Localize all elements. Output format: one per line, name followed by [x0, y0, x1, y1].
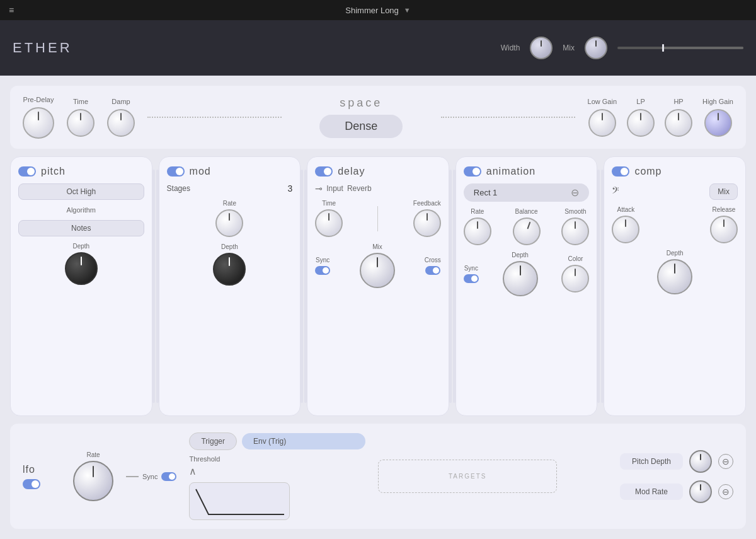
lfo-sync-toggle[interactable] [161, 472, 176, 481]
delay-header: delay [315, 166, 441, 177]
pre-delay-knob[interactable] [23, 107, 54, 139]
delay-feedback-knob[interactable] [413, 209, 441, 237]
animation-rate-row: Rate Balance Smooth [464, 208, 590, 245]
animation-rate-knob[interactable] [464, 217, 491, 245]
delay-sync-group: Sync [315, 257, 330, 275]
pitch-toggle[interactable] [18, 166, 36, 177]
mod-header: mod [167, 166, 293, 177]
mod-depth-knob[interactable] [213, 253, 246, 286]
mod-title: mod [190, 166, 211, 177]
animation-sync-group: Sync [464, 265, 479, 283]
reverb-label: Reverb [347, 184, 372, 193]
pre-delay-group: Pre-Delay [23, 96, 54, 139]
hp-knob[interactable] [665, 109, 692, 137]
animation-rate-group: Rate [464, 208, 491, 245]
preset-title: Shimmer Long ▼ [345, 6, 410, 15]
delay-cross-label: Cross [425, 257, 441, 264]
delay-time-knob[interactable] [315, 209, 343, 237]
animation-balance-knob[interactable] [508, 214, 544, 249]
animation-smooth-knob[interactable] [561, 217, 589, 245]
animation-sync-toggle[interactable] [464, 274, 479, 283]
header: ETHER Width Mix [0, 20, 756, 76]
animation-sync-label: Sync [464, 265, 478, 272]
env-curve [190, 483, 290, 520]
animation-color-group: Color [561, 255, 589, 293]
threshold-row: Threshold ∧ [189, 455, 365, 477]
delay-time-group: Time [315, 200, 343, 237]
comp-mix-button[interactable]: Mix [709, 183, 738, 200]
pitch-depth-knob[interactable] [65, 252, 98, 285]
trigger-button[interactable]: Trigger [189, 432, 237, 450]
time-group: Time [67, 98, 94, 137]
pitch-depth-target-knob[interactable] [689, 450, 712, 473]
space-display[interactable]: Dense [319, 115, 403, 138]
mix-slider-thumb [662, 44, 664, 52]
pitch-title: pitch [41, 166, 66, 177]
time-knob[interactable] [67, 109, 94, 137]
delay-mix-knob[interactable] [360, 253, 395, 288]
animation-title: animation [486, 166, 536, 177]
dash-line [126, 476, 139, 477]
comp-title: comp [634, 166, 662, 177]
width-knob[interactable] [530, 37, 553, 59]
delay-cross-toggle[interactable] [425, 266, 440, 275]
animation-module: animation Rect 1 ⊖ Rate Balance Smooth [455, 156, 598, 416]
mod-rate-target-label: Mod Rate [620, 484, 683, 500]
animation-minus-icon[interactable]: ⊖ [571, 187, 579, 199]
high-gain-knob[interactable] [704, 109, 732, 137]
lfo-rate-knob[interactable] [73, 461, 113, 501]
hp-label: HP [673, 98, 683, 105]
mix-knob[interactable] [585, 37, 607, 59]
animation-toggle[interactable] [464, 166, 481, 177]
animation-depth-knob[interactable] [503, 261, 538, 296]
animation-color-knob[interactable] [561, 265, 589, 293]
low-gain-knob[interactable] [588, 109, 616, 137]
comp-toggle[interactable] [612, 166, 629, 177]
space-right: Low Gain LP HP High Gain [588, 98, 733, 137]
mod-rate-row: Mod Rate ⊖ [570, 480, 733, 503]
pitch-depth-group: Depth [18, 243, 144, 285]
mix-slider-track [662, 47, 743, 49]
lfo-toggle[interactable] [23, 479, 40, 489]
bottom-section: lfo Rate Sync Trigger Env (Trig) Thresho… [10, 424, 746, 529]
input-label: Input [326, 184, 343, 193]
space-center: space Dense [294, 96, 428, 138]
delay-time-feedback-row: Time Feedback [315, 200, 441, 237]
mod-rate-target-knob[interactable] [689, 480, 712, 503]
delay-feedback-label: Feedback [413, 200, 441, 207]
mod-rate-knob[interactable] [215, 209, 243, 237]
notes-button[interactable]: Notes [18, 220, 144, 236]
pitch-depth-minus-button[interactable]: ⊖ [718, 454, 733, 469]
comp-depth-knob[interactable] [657, 259, 692, 294]
comp-attack-label: Attack [617, 206, 634, 213]
comp-release-knob[interactable] [710, 216, 738, 243]
comp-depth-label: Depth [667, 250, 684, 257]
menu-icon[interactable]: ≡ [9, 5, 14, 15]
mix-slider[interactable] [617, 47, 743, 49]
lfo-title: lfo [23, 464, 60, 475]
comp-icon: 𝄢 [612, 185, 619, 199]
delay-sync-toggle[interactable] [315, 266, 330, 275]
pre-delay-label: Pre-Delay [23, 96, 54, 103]
trigger-envelope-section: Trigger Env (Trig) Threshold ∧ [189, 432, 365, 520]
mod-rate-minus-button[interactable]: ⊖ [718, 484, 733, 499]
time-label: Time [73, 98, 88, 105]
env-trig-button[interactable]: Env (Trig) [242, 433, 365, 449]
damp-knob[interactable] [107, 109, 135, 137]
high-gain-label: High Gain [702, 98, 733, 105]
preset-dropdown-icon[interactable]: ▼ [404, 6, 411, 14]
targets-box: TARGETS [378, 460, 557, 493]
comp-depth-group: Depth [612, 250, 738, 294]
delay-toggle[interactable] [315, 166, 333, 177]
header-controls: Width Mix [501, 37, 743, 59]
lp-knob[interactable] [627, 109, 655, 137]
comp-attack-knob[interactable] [612, 216, 639, 243]
damp-group: Damp [107, 98, 135, 137]
mod-toggle[interactable] [167, 166, 185, 177]
dotted-line-left [147, 117, 282, 118]
animation-display[interactable]: Rect 1 ⊖ [464, 183, 590, 202]
oct-high-button[interactable]: Oct High [18, 183, 144, 200]
stages-label: Stages [167, 184, 190, 193]
animation-header: animation [464, 166, 590, 177]
animation-smooth-label: Smooth [564, 208, 586, 215]
